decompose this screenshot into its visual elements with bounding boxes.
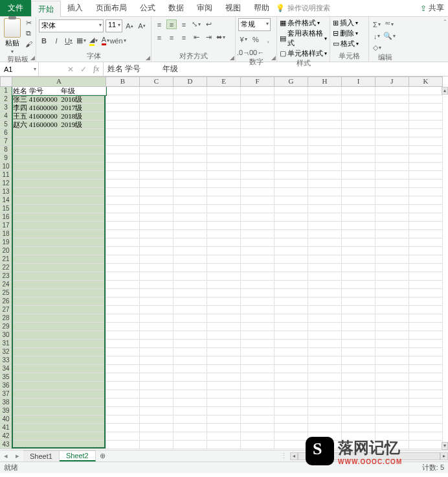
cell[interactable]	[342, 188, 375, 196]
cell[interactable]	[375, 264, 409, 272]
cell[interactable]	[375, 180, 409, 188]
cell[interactable]	[12, 297, 106, 306]
cell[interactable]	[342, 382, 375, 390]
cell[interactable]	[274, 230, 308, 238]
cell[interactable]	[207, 272, 241, 281]
cell[interactable]	[12, 382, 106, 390]
row-header[interactable]: 31	[0, 340, 12, 348]
cell[interactable]	[106, 424, 140, 432]
cell[interactable]	[140, 264, 174, 272]
cell[interactable]	[375, 365, 409, 373]
cell[interactable]	[409, 424, 443, 432]
cell[interactable]	[174, 188, 207, 196]
cell[interactable]	[342, 137, 375, 146]
cell[interactable]	[12, 407, 106, 415]
cell[interactable]	[207, 306, 241, 314]
cell[interactable]	[274, 95, 308, 104]
row-header[interactable]: 18	[0, 230, 12, 238]
cell[interactable]	[409, 264, 443, 272]
cell[interactable]	[342, 205, 375, 213]
cell[interactable]	[308, 407, 342, 415]
cell[interactable]	[342, 323, 375, 331]
cell[interactable]	[274, 171, 308, 180]
cell[interactable]	[375, 415, 409, 424]
row-header[interactable]: 19	[0, 238, 12, 247]
cell[interactable]	[12, 188, 106, 196]
cell[interactable]	[12, 289, 106, 297]
cell[interactable]	[274, 104, 308, 112]
formula-cancel-button[interactable]: ✕	[67, 65, 74, 74]
cell[interactable]	[207, 356, 241, 365]
cell[interactable]	[106, 121, 140, 129]
cell[interactable]	[207, 137, 241, 146]
increase-font-button[interactable]: A▴	[124, 21, 135, 31]
cell[interactable]	[241, 205, 274, 213]
row-header[interactable]: 25	[0, 289, 12, 297]
cell[interactable]	[274, 163, 308, 171]
cell[interactable]	[409, 255, 443, 264]
cell[interactable]	[409, 441, 443, 449]
cell[interactable]	[274, 382, 308, 390]
cell[interactable]	[274, 121, 308, 129]
cell[interactable]	[207, 180, 241, 188]
row-header[interactable]: 23	[0, 272, 12, 281]
align-right-button[interactable]: ≡	[179, 32, 189, 42]
row-header[interactable]: 22	[0, 264, 12, 272]
cell[interactable]	[106, 247, 140, 255]
cell[interactable]	[207, 238, 241, 247]
cell[interactable]	[308, 247, 342, 255]
cell[interactable]	[308, 171, 342, 180]
cell[interactable]	[174, 390, 207, 399]
cell[interactable]	[375, 373, 409, 382]
font-launcher-icon[interactable]: ◢	[146, 54, 150, 61]
merge-button[interactable]: ⬌	[216, 32, 226, 42]
cell[interactable]	[241, 247, 274, 255]
cell[interactable]	[174, 247, 207, 255]
cell[interactable]	[241, 306, 274, 314]
cell[interactable]	[274, 399, 308, 407]
row-header[interactable]: 39	[0, 407, 12, 415]
cell[interactable]	[174, 289, 207, 297]
cell[interactable]	[12, 238, 106, 247]
cell[interactable]	[342, 365, 375, 373]
cell[interactable]	[140, 424, 174, 432]
cell[interactable]	[274, 255, 308, 264]
cell[interactable]	[409, 146, 443, 154]
cell[interactable]	[241, 382, 274, 390]
cell[interactable]	[409, 407, 443, 415]
cell[interactable]	[274, 222, 308, 230]
row-header[interactable]: 24	[0, 281, 12, 289]
cell[interactable]	[342, 238, 375, 247]
row-header[interactable]: 14	[0, 196, 12, 205]
cell[interactable]	[375, 407, 409, 415]
cell[interactable]	[174, 146, 207, 154]
cell[interactable]	[207, 390, 241, 399]
cell[interactable]	[140, 331, 174, 340]
tab-data[interactable]: 数据	[162, 0, 190, 16]
cell[interactable]	[12, 441, 106, 449]
cell[interactable]	[342, 95, 375, 104]
cell[interactable]	[308, 390, 342, 399]
cell[interactable]	[308, 121, 342, 129]
cell[interactable]	[207, 112, 241, 121]
cell[interactable]	[140, 180, 174, 188]
cell[interactable]	[375, 154, 409, 163]
cell[interactable]	[140, 323, 174, 331]
cell[interactable]	[342, 222, 375, 230]
cell[interactable]	[140, 154, 174, 163]
cell[interactable]	[375, 163, 409, 171]
cell[interactable]	[12, 365, 106, 373]
cell[interactable]	[375, 272, 409, 281]
cell[interactable]	[375, 424, 409, 432]
cell[interactable]	[174, 331, 207, 340]
cell[interactable]	[12, 205, 106, 213]
cell[interactable]	[375, 188, 409, 196]
cell[interactable]	[308, 415, 342, 424]
find-button[interactable]: 🔍	[384, 31, 394, 41]
cell[interactable]	[241, 340, 274, 348]
cell[interactable]	[409, 205, 443, 213]
cell[interactable]	[106, 180, 140, 188]
cell[interactable]	[409, 356, 443, 365]
cell[interactable]	[375, 137, 409, 146]
cell[interactable]	[375, 238, 409, 247]
